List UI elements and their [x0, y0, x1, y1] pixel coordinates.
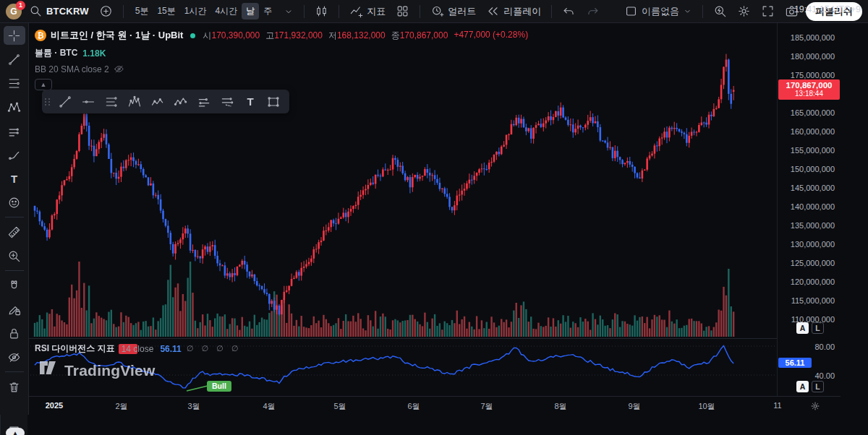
tradingview-logo-icon	[40, 361, 59, 380]
volume-value: 1.18K	[82, 48, 106, 59]
main-scale-buttons: A L	[796, 322, 824, 334]
ohlc-values: 시170,390,000고171,932,000저168,132,000종170…	[203, 30, 528, 42]
ohlc-value: 171,932,000	[274, 30, 323, 40]
time-tick-4월: 4월	[253, 401, 285, 412]
countdown-timer: 13:18:44	[778, 90, 840, 98]
rsi-tick-40: 40.00	[814, 371, 835, 380]
time-tick-11: 11	[762, 401, 793, 410]
trend-line-icon	[58, 95, 72, 109]
legend-collapse-button[interactable]: ▲	[35, 79, 52, 90]
price-tick: 150,000,000	[791, 165, 835, 173]
favorites-drawing-toolbar: T	[42, 90, 289, 113]
time-tick-5월: 5월	[324, 401, 356, 412]
parallel-lines-icon	[104, 95, 119, 109]
time-tick-2월: 2월	[106, 401, 137, 412]
drag-handle[interactable]	[45, 98, 51, 105]
fav-horizontal-line[interactable]	[78, 92, 98, 111]
log-scale-button[interactable]: L	[812, 381, 824, 392]
market-status-dot[interactable]	[190, 33, 195, 38]
price-tick: 130,000,000	[791, 240, 835, 249]
fav-wave-15[interactable]	[148, 92, 168, 111]
ohlc-value: 168,132,000	[337, 30, 386, 40]
ohlc-item: 종170,867,000	[391, 30, 448, 42]
chart-legend: ₿ 비트코인 / 한국 원 · 1날 · UpBit 시170,390,000고…	[35, 29, 528, 90]
fav-trend-line[interactable]	[55, 92, 75, 111]
bull-divergence-label[interactable]: Bull	[207, 381, 231, 392]
rsi-params: 14 close	[120, 344, 156, 354]
ohlc-value: 170,390,000	[211, 30, 260, 40]
wave-15-icon	[150, 95, 165, 109]
price-tick: 180,000,000	[791, 52, 835, 61]
ohlc-item: 시170,390,000	[203, 30, 260, 42]
rsi-legend: RSI 다이버전스 지표 14 close 56.11 ∅ ∅ ∅ ∅	[35, 343, 241, 355]
rsi-hidden-toggles[interactable]: ∅ ∅ ∅ ∅	[187, 344, 242, 353]
ohlc-label: 저	[328, 30, 337, 40]
change-value: +477,000 (+0.28%)	[454, 30, 528, 42]
segments-dotted-icon	[220, 95, 234, 109]
auto-scale-button[interactable]: A	[796, 381, 809, 392]
price-tick: 120,000,000	[791, 277, 835, 286]
volume-label[interactable]: 볼륨 · BTC	[35, 47, 77, 59]
ohlc-label: 종	[391, 30, 400, 40]
horizontal-line-icon	[81, 95, 95, 109]
price-tick: 135,000,000	[791, 221, 835, 230]
bb-indicator-label[interactable]: BB 20 SMA close 2	[35, 64, 109, 74]
eye-hidden-icon[interactable]	[114, 64, 124, 74]
price-tick: 125,000,000	[791, 259, 835, 267]
rsi-scale-buttons: A L	[796, 381, 824, 392]
fav-rectangle[interactable]	[263, 92, 284, 111]
time-tick-8월: 8월	[545, 401, 576, 412]
fav-wave-abc[interactable]	[171, 92, 191, 111]
price-tick: 155,000,000	[791, 146, 835, 155]
wave-abc-icon	[174, 95, 188, 109]
price-tick: 185,000,000	[791, 33, 835, 42]
tradingview-watermark: TradingView	[40, 361, 156, 380]
log-scale-button[interactable]: L	[812, 322, 824, 334]
rsi-value-tag: 56.11	[778, 358, 812, 368]
current-price-tag: 170,867,000 13:18:44	[778, 79, 840, 100]
price-tick: 175,000,000	[791, 71, 835, 79]
ohlc-label: 시	[203, 30, 211, 40]
time-axis[interactable]: 20252월3월4월5월6월7월8월9월10월11	[29, 396, 841, 415]
time-tick-9월: 9월	[618, 401, 650, 412]
time-tick-6월: 6월	[398, 401, 430, 412]
segments-icon	[197, 95, 211, 109]
ohlc-label: 고	[265, 30, 274, 40]
time-tick-7월: 7월	[471, 401, 503, 412]
price-tick: 115,000,000	[791, 296, 835, 305]
elliott-wave-icon	[127, 95, 142, 109]
ohlc-item: 저168,132,000	[328, 30, 386, 42]
price-tick: 160,000,000	[791, 127, 835, 136]
pane-divider[interactable]	[29, 338, 777, 339]
rsi-title[interactable]: RSI 다이버전스 지표	[35, 343, 115, 355]
text-tool-icon: T	[247, 95, 253, 108]
bitcoin-icon: ₿	[35, 30, 46, 41]
time-tick-3월: 3월	[178, 401, 210, 412]
tradingview-app: G 1 BTCKRW 5분15분1시간4시간날주 지표	[0, 0, 868, 435]
fav-segments-b[interactable]	[217, 92, 237, 111]
auto-scale-button[interactable]: A	[796, 322, 809, 334]
rectangle-tool-icon	[266, 95, 281, 109]
time-tick-2025: 2025	[38, 401, 70, 410]
price-axis[interactable]: 185,000,000180,000,000175,000,000170,000…	[777, 23, 841, 396]
price-tick: 145,000,000	[791, 184, 835, 192]
ohlc-value: 170,867,000	[400, 30, 448, 40]
fav-segments-a[interactable]	[194, 92, 214, 111]
rsi-value: 56.11	[160, 344, 181, 354]
rsi-params-text: 14 close	[122, 344, 154, 354]
fav-text[interactable]: T	[240, 92, 260, 111]
time-tick-10월: 10월	[691, 401, 723, 412]
price-tick: 140,000,000	[791, 202, 835, 211]
pane-restore-button[interactable]: ▲	[6, 428, 25, 435]
fav-parallel-lines[interactable]	[101, 92, 122, 111]
current-price-value: 170,867,000	[778, 81, 840, 90]
fav-elliott-wave[interactable]	[124, 92, 145, 111]
ohlc-item: 고171,932,000	[265, 30, 323, 42]
rsi-tick-80: 80.00	[814, 343, 835, 351]
price-tick: 165,000,000	[791, 108, 835, 117]
timezone-gear-icon[interactable]	[810, 401, 820, 411]
symbol-title[interactable]: 비트코인 / 한국 원 · 1날 · UpBit	[51, 29, 183, 42]
watermark-text: TradingView	[64, 362, 156, 379]
